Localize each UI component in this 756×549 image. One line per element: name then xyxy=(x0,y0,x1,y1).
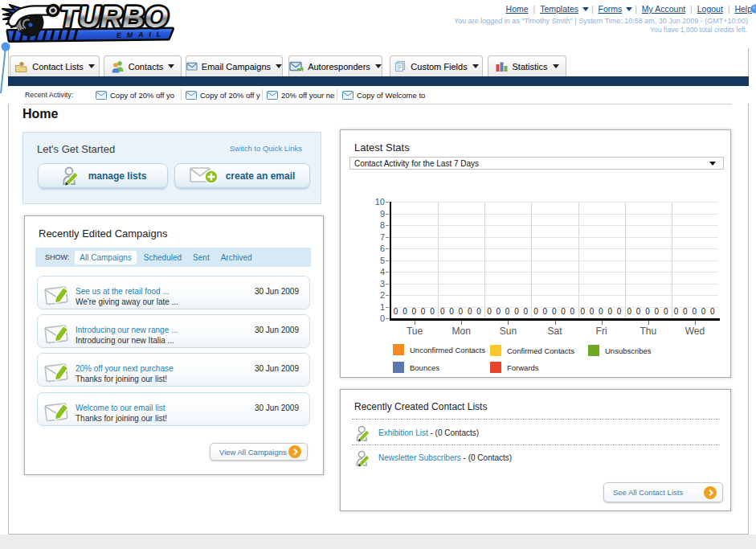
svg-text:TURBO: TURBO xyxy=(59,2,169,34)
